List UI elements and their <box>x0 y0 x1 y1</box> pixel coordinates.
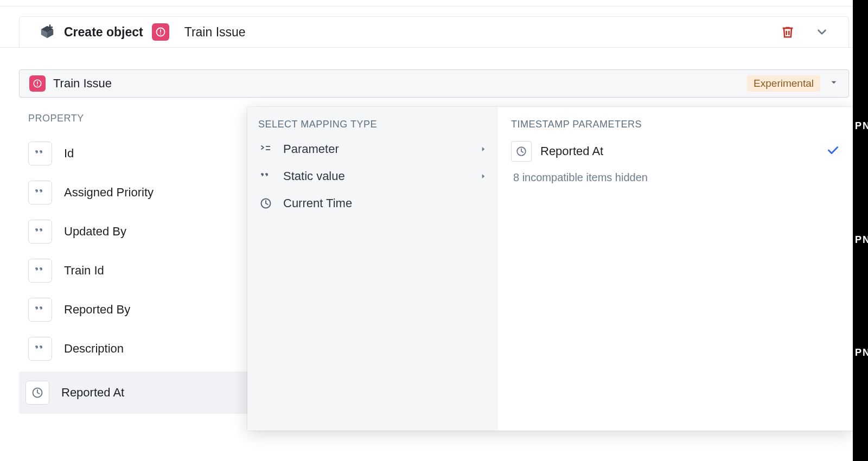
alert-circle-icon <box>33 79 42 88</box>
svg-rect-10 <box>266 146 270 147</box>
mapping-option-label: Static value <box>283 169 345 183</box>
delete-button[interactable] <box>780 24 795 40</box>
action-title: Create object <box>64 25 143 40</box>
string-type-icon <box>28 337 52 361</box>
property-row-reported-by[interactable]: Reported By <box>28 290 245 329</box>
experimental-tag: Experimental <box>747 75 820 92</box>
string-type-icon <box>28 259 52 283</box>
caret-down-icon <box>829 78 839 87</box>
alert-circle-icon <box>155 27 166 37</box>
property-row-description[interactable]: Description <box>28 329 245 368</box>
collapse-button[interactable] <box>815 25 829 39</box>
property-label: Assigned Priority <box>64 185 154 200</box>
timestamp-params-panel: TIMESTAMP PARAMETERS Reported At 8 incom… <box>498 107 853 414</box>
svg-rect-4 <box>160 34 161 35</box>
string-type-icon <box>28 181 52 204</box>
clock-icon <box>258 197 273 210</box>
quote-icon <box>34 303 47 316</box>
timestamp-type-icon <box>25 381 49 405</box>
timestamp-param-reported-at[interactable]: Reported At <box>511 136 840 167</box>
quote-icon <box>34 342 47 355</box>
object-banner-title: Train Issue <box>53 76 112 91</box>
clock-icon <box>31 386 44 399</box>
timestamp-type-icon <box>511 141 532 162</box>
svg-rect-11 <box>266 149 270 150</box>
action-header-left: Create object Train Issue <box>39 23 246 41</box>
check-icon <box>826 143 840 157</box>
timestamp-param-label: Reported At <box>540 144 603 158</box>
clock-icon <box>515 145 527 157</box>
svg-rect-3 <box>160 29 161 33</box>
mapping-type-panel: SELECT MAPPING TYPE Parameter Static val… <box>247 107 498 414</box>
mapping-option-parameter[interactable]: Parameter <box>247 136 498 163</box>
object-banner-right: Experimental <box>747 75 839 92</box>
object-banner-badge <box>29 75 46 92</box>
caret-right-icon <box>480 145 487 153</box>
object-banner-dropdown[interactable] <box>829 78 839 89</box>
action-header-right <box>780 24 829 40</box>
strip-fragment: PN <box>855 234 868 246</box>
mapping-popover: SELECT MAPPING TYPE Parameter Static val… <box>247 107 853 414</box>
property-row-train-id[interactable]: Train Id <box>28 251 245 290</box>
create-object-icon <box>39 24 55 40</box>
quote-icon <box>34 186 47 199</box>
selected-property-label: Reported At <box>61 386 124 400</box>
property-label: Description <box>64 342 124 356</box>
quote-icon <box>34 264 47 277</box>
quote-icon <box>34 225 47 238</box>
submenu-indicator <box>480 142 487 156</box>
submenu-indicator <box>480 169 487 183</box>
property-label: Id <box>64 146 74 161</box>
right-app-strip: PN PN PN <box>853 0 868 414</box>
string-type-icon <box>28 298 52 322</box>
mapping-type-heading: SELECT MAPPING TYPE <box>247 117 498 136</box>
object-banner[interactable]: Train Issue Experimental <box>19 69 849 98</box>
trash-icon <box>780 24 795 40</box>
chevron-down-icon <box>815 25 829 39</box>
string-type-icon <box>28 142 52 165</box>
svg-rect-6 <box>37 81 38 84</box>
parameter-icon <box>258 143 273 156</box>
mapping-option-static-value[interactable]: Static value <box>247 163 498 190</box>
property-label: Reported By <box>64 303 130 317</box>
caret-right-icon <box>480 172 487 180</box>
window-top-strip <box>0 0 868 7</box>
string-type-icon <box>28 220 52 244</box>
property-label: Train Id <box>64 264 104 278</box>
svg-rect-7 <box>37 85 38 86</box>
property-row-updated-by[interactable]: Updated By <box>28 212 245 251</box>
timestamp-params-heading: TIMESTAMP PARAMETERS <box>511 117 840 136</box>
svg-rect-1 <box>47 27 53 28</box>
property-label: Updated By <box>64 225 126 239</box>
quote-icon <box>258 170 273 183</box>
object-type-name: Train Issue <box>184 25 246 40</box>
quote-icon <box>34 147 47 160</box>
object-type-badge <box>152 23 169 41</box>
mapping-option-label: Parameter <box>283 142 339 156</box>
mapping-option-current-time[interactable]: Current Time <box>247 190 498 217</box>
selected-check <box>826 143 840 159</box>
header-divider <box>0 47 868 48</box>
strip-fragment: PN <box>855 347 868 358</box>
strip-fragment: PN <box>855 120 868 132</box>
property-row-id[interactable]: Id <box>28 134 245 173</box>
action-header: Create object Train Issue <box>19 16 849 47</box>
hidden-items-note: 8 incompatible items hidden <box>511 167 840 188</box>
mapping-option-label: Current Time <box>283 196 352 210</box>
property-row-assigned-priority[interactable]: Assigned Priority <box>28 173 245 212</box>
